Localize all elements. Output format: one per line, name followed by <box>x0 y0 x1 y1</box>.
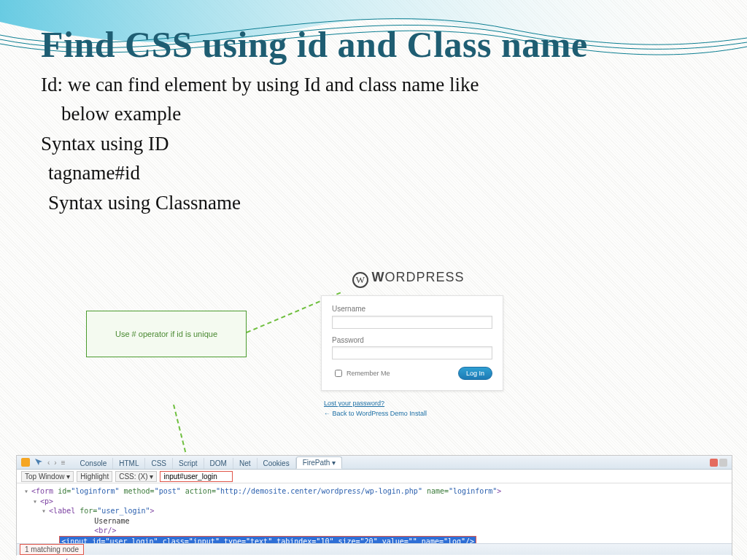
code-attr-val: "post" <box>155 487 181 495</box>
callout-box: Use # operator if id is unique <box>86 311 247 357</box>
close-icon[interactable] <box>710 459 718 467</box>
code-attr-val: "http://demosite.center/wordpress/wp-log… <box>216 487 422 495</box>
back-link[interactable]: ← Back to WordPress Demo Install <box>324 408 496 419</box>
tab-cookies[interactable]: Cookies <box>258 458 296 469</box>
devtools-tabbar: ‹ › ≡ Console HTML CSS Script DOM Net Co… <box>17 456 732 470</box>
inspect-icon[interactable] <box>34 458 43 467</box>
body-line-2: below example <box>61 101 697 127</box>
tab-console[interactable]: Console <box>74 458 114 469</box>
tab-html[interactable]: HTML <box>113 458 145 469</box>
code-text: Username <box>59 517 129 525</box>
body-line-1: Id: we can find element by using Id and … <box>41 71 697 98</box>
callout-text: Use # operator if id is unique <box>115 330 217 338</box>
code-attr-val: "loginform" <box>71 487 119 495</box>
remember-me-label: Remember Me <box>347 370 390 377</box>
highlight-button[interactable]: Highlight <box>77 471 112 482</box>
devtools-panel: ‹ › ≡ Console HTML CSS Script DOM Net Co… <box>16 455 732 556</box>
nav-fwd-icon[interactable]: › <box>54 459 56 467</box>
remember-me-checkbox[interactable] <box>335 370 342 377</box>
wordpress-logo: WWORDPRESS <box>321 270 496 288</box>
password-input[interactable] <box>332 346 492 359</box>
svg-rect-0 <box>21 458 30 467</box>
firebug-icon[interactable] <box>21 458 30 467</box>
tab-css[interactable]: CSS <box>145 458 173 469</box>
code-attr-val: "loginform" <box>449 487 497 495</box>
body-line-3: Syntax using ID <box>41 131 697 157</box>
matching-node-badge[interactable]: 1 matching node <box>20 544 84 555</box>
firepath-toolbar: Top Window ▾ Highlight CSS: (X) ▾ <box>17 470 732 483</box>
tab-firepath[interactable]: FirePath ▾ <box>296 456 343 469</box>
selector-type-select[interactable]: CSS: (X) ▾ <box>115 471 157 482</box>
wordpress-login-panel: Username Password Remember Me Log In <box>321 295 503 391</box>
selector-input[interactable] <box>160 471 233 482</box>
wordpress-logo-text-w: W <box>371 270 384 284</box>
body-line-4: tagname#id <box>48 160 697 186</box>
lost-password-link[interactable]: Lost your password? <box>324 398 496 408</box>
password-label: Password <box>332 336 492 344</box>
devtools-tabs: Console HTML CSS Script DOM Net Cookies … <box>74 456 343 469</box>
wordpress-login-mock: WWORDPRESS Username Password Remember Me… <box>321 270 496 419</box>
body-line-5: Syntax using Classname <box>48 190 697 216</box>
nav-back-icon[interactable]: ‹ <box>47 459 50 467</box>
slide-title: Find CSS using id and Class name <box>41 23 588 66</box>
code-br: <br/> <box>59 526 116 534</box>
wordpress-logo-icon: W <box>352 272 368 288</box>
tab-script[interactable]: Script <box>173 458 204 469</box>
tab-dom[interactable]: DOM <box>204 458 233 469</box>
username-input[interactable] <box>332 316 492 329</box>
slide-body: Id: we can find element by using Id and … <box>41 69 697 219</box>
wordpress-logo-text-press: PRESS <box>416 270 464 284</box>
devtools-footer: 1 matching node <box>17 543 732 555</box>
login-button[interactable]: Log In <box>458 367 492 380</box>
detach-icon[interactable] <box>719 459 727 467</box>
code-close-p: </p> <box>42 558 77 561</box>
wordpress-logo-text-ord: ORD <box>384 270 416 284</box>
menu-icon[interactable]: ≡ <box>61 459 66 467</box>
tab-net[interactable]: Net <box>233 458 258 469</box>
username-label: Username <box>332 305 492 313</box>
remember-me-group[interactable]: Remember Me <box>332 368 390 379</box>
context-select[interactable]: Top Window ▾ <box>21 471 74 482</box>
devtools-icons: ‹ › ≡ <box>21 458 66 467</box>
devtools-window-controls <box>710 459 727 467</box>
